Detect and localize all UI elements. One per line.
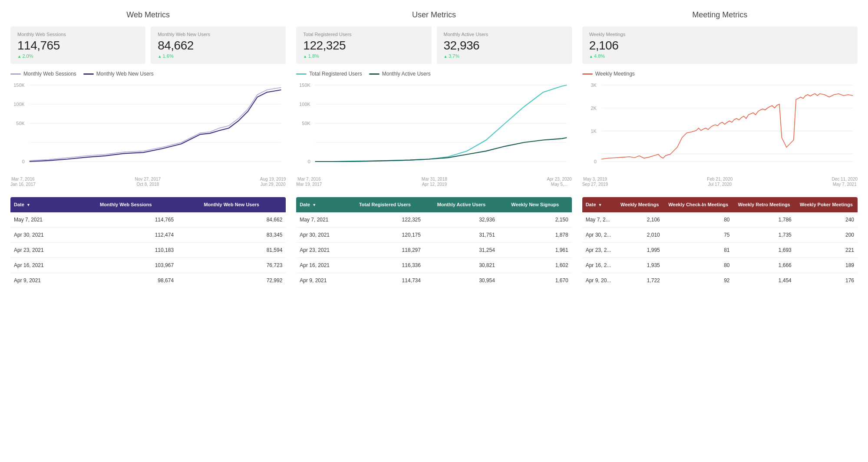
- meeting-x-top-3: Dec 11, 2020: [832, 177, 858, 182]
- web-kpi-row: Monthly Web Sessions 114,765 2.0% Monthl…: [10, 26, 286, 64]
- meeting-x-bot-1: Sep 27, 2019: [582, 182, 608, 187]
- value-cell: 1,693: [733, 242, 795, 257]
- user-table: Date ▼ Total Registered Users Monthly Ac…: [296, 197, 571, 288]
- value-cell: 189: [795, 257, 858, 273]
- date-cell: Apr 9, 20...: [582, 273, 616, 288]
- meeting-kpi-row: Weekly Meetings 2,106 4.8%: [582, 26, 858, 64]
- value-cell: 81: [663, 242, 733, 257]
- table-row: Apr 30, 2...2,010751,735200: [582, 227, 858, 242]
- web-legend-new-users: Monthly Web New Users: [83, 71, 154, 77]
- value-cell: 1,670: [498, 273, 572, 288]
- value-cell: 1,935: [616, 257, 663, 273]
- web-new-users-change: 1.6%: [158, 53, 279, 59]
- meeting-chart: 3K 2K 1K 0: [582, 80, 858, 176]
- table-row: Apr 23, 2021110,18381,594: [10, 242, 286, 257]
- web-legend-sessions-label: Monthly Web Sessions: [23, 71, 76, 77]
- value-cell: 76,723: [177, 257, 286, 273]
- meeting-th-date[interactable]: Date ▼: [582, 197, 616, 212]
- web-x-bot-1: Jan 16, 2017: [10, 182, 36, 187]
- user-x-bot-2: Apr 12, 2019: [422, 182, 447, 187]
- web-section-title: Web Metrics: [10, 10, 286, 20]
- table-row: May 7, 2021122,32532,9362,150: [296, 212, 571, 228]
- table-row: Apr 9, 20...1,722921,454176: [582, 273, 858, 288]
- web-legend-sessions-line: [10, 73, 21, 75]
- user-section-title: User Metrics: [296, 10, 571, 20]
- user-th-total: Total Registered Users: [346, 197, 424, 212]
- value-cell: 1,454: [733, 273, 795, 288]
- web-chart: 150K 100K 50K 0: [10, 80, 286, 176]
- user-total-value: 122,325: [303, 39, 424, 53]
- table-row: Apr 16, 2021103,96776,723: [10, 257, 286, 273]
- value-cell: 30,821: [424, 257, 498, 273]
- web-th-date[interactable]: Date ▼: [10, 197, 75, 212]
- value-cell: 83,345: [177, 227, 286, 242]
- value-cell: 1,722: [616, 273, 663, 288]
- value-cell: 118,297: [346, 242, 424, 257]
- date-cell: Apr 30, 2021: [296, 227, 346, 242]
- svg-text:0: 0: [22, 159, 25, 164]
- date-cell: Apr 9, 2021: [296, 273, 346, 288]
- table-row: Apr 30, 2021120,17531,7511,878: [296, 227, 571, 242]
- user-legend-active-line: [369, 73, 380, 75]
- web-x-bot-2: Oct 8, 2018: [136, 182, 159, 187]
- user-table-wrapper: Date ▼ Total Registered Users Monthly Ac…: [296, 197, 571, 288]
- user-x-bot-1: Mar 19, 2017: [296, 182, 322, 187]
- value-cell: 75: [663, 227, 733, 242]
- user-date-sort-icon: ▼: [312, 203, 316, 207]
- web-x-label-2: Nov 27, 2017 Oct 8, 2018: [135, 177, 161, 187]
- date-cell: Apr 16, 2...: [582, 257, 616, 273]
- value-cell: 120,175: [346, 227, 424, 242]
- value-cell: 84,662: [177, 212, 286, 228]
- user-th-signups: Weekly New Signups: [498, 197, 572, 212]
- web-new-users-value: 84,662: [158, 39, 279, 53]
- user-th-date[interactable]: Date ▼: [296, 197, 346, 212]
- table-row: Apr 30, 2021112,47483,345: [10, 227, 286, 242]
- value-cell: 81,594: [177, 242, 286, 257]
- date-cell: May 7, 2021: [296, 212, 346, 228]
- value-cell: 110,183: [75, 242, 177, 257]
- value-cell: 72,992: [177, 273, 286, 288]
- meeting-th-poker: Weekly Poker Meetings: [795, 197, 858, 212]
- user-th-active: Monthly Active Users: [424, 197, 498, 212]
- meeting-x-top-2: Feb 21, 2020: [707, 177, 733, 182]
- date-cell: May 7, 2...: [582, 212, 616, 228]
- web-legend-new-users-label: Monthly Web New Users: [96, 71, 154, 77]
- user-kpi-total: Total Registered Users 122,325 1.8%: [296, 26, 431, 64]
- date-cell: Apr 23, 2021: [10, 242, 75, 257]
- web-legend-new-users-line: [83, 73, 94, 75]
- date-cell: Apr 16, 2021: [296, 257, 346, 273]
- value-cell: 122,325: [346, 212, 424, 228]
- meeting-x-top-1: May 3, 2019: [583, 177, 607, 182]
- table-row: May 7, 2021114,76584,662: [10, 212, 286, 228]
- value-cell: 114,734: [346, 273, 424, 288]
- web-sessions-value: 114,765: [17, 39, 139, 53]
- value-cell: 1,666: [733, 257, 795, 273]
- meeting-weekly-change: 4.8%: [589, 53, 851, 59]
- meeting-table-wrapper: Date ▼ Weekly Meetings Weekly Check-In M…: [582, 197, 858, 288]
- web-kpi-new-users: Monthly Web New Users 84,662 1.6%: [151, 26, 286, 64]
- web-date-sort-icon: ▼: [26, 203, 30, 207]
- table-row: Apr 16, 2...1,935801,666189: [582, 257, 858, 273]
- meeting-weekly-label: Weekly Meetings: [589, 32, 851, 37]
- user-legend-total-line: [296, 73, 307, 75]
- user-x-bot-3: May 5,...: [551, 182, 568, 187]
- value-cell: 221: [795, 242, 858, 257]
- meeting-section-title: Meeting Metrics: [582, 10, 858, 20]
- value-cell: 1,786: [733, 212, 795, 228]
- value-cell: 1,602: [498, 257, 572, 273]
- value-cell: 80: [663, 257, 733, 273]
- svg-text:150K: 150K: [300, 82, 311, 88]
- svg-text:0: 0: [308, 159, 310, 164]
- table-row: Apr 9, 202198,67472,992: [10, 273, 286, 288]
- table-row: Apr 23, 2...1,995811,693221: [582, 242, 858, 257]
- web-th-sessions: Monthly Web Sessions: [75, 197, 177, 212]
- date-cell: May 7, 2021: [10, 212, 75, 228]
- user-legend-total-label: Total Registered Users: [309, 71, 362, 77]
- web-metrics-section: Web Metrics Monthly Web Sessions 114,765…: [10, 10, 286, 288]
- svg-text:2K: 2K: [591, 106, 597, 111]
- meeting-x-label-2: Feb 21, 2020 Jul 17, 2020: [707, 177, 733, 187]
- meeting-x-bot-2: Jul 17, 2020: [708, 182, 732, 187]
- value-cell: 80: [663, 212, 733, 228]
- date-cell: Apr 30, 2021: [10, 227, 75, 242]
- value-cell: 30,954: [424, 273, 498, 288]
